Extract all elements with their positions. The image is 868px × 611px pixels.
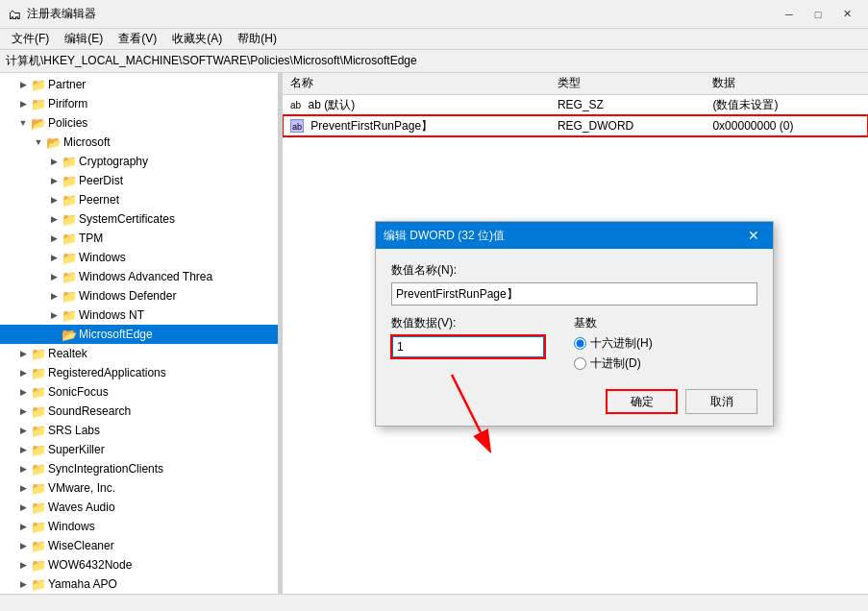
tree-label: VMware, Inc. [48,481,115,495]
expand-icon: ▶ [15,560,31,570]
table-row[interactable]: ab ab (默认) REG_SZ (数值未设置) [283,94,868,115]
tree-label: Windows NT [79,308,144,322]
row-data: 0x00000000 (0) [705,115,868,136]
folder-icon: 📁 [31,347,46,361]
tree-item-registeredapps[interactable]: ▶ 📁 RegisteredApplications [0,363,278,382]
tree-item-vmware[interactable]: ▶ 📁 VMware, Inc. [0,478,278,498]
tree-item-syncintegration[interactable]: ▶ 📁 SyncIntegrationClients [0,459,278,478]
tree-label: Partner [48,78,86,91]
menu-edit[interactable]: 编辑(E) [57,29,111,49]
tree-item-microsoft[interactable]: ▼ 📂 Microsoft [0,133,278,152]
tree-item-realtek[interactable]: ▶ 📁 Realtek [0,344,278,363]
folder-icon: 📁 [62,308,77,323]
tree-label: SoundResearch [48,404,131,418]
tree-label: SuperKiller [48,443,105,456]
radio-hex[interactable]: 十六进制(H) [574,335,653,352]
tree-label: SonicFocus [48,385,109,399]
table-row-preventfirstrun[interactable]: ab PreventFirstRunPage】 REG_DWORD 0x0000… [283,115,868,136]
radio-dec-input[interactable] [574,357,586,370]
tree-item-windows-nt[interactable]: ▶ 📁 Windows NT [0,306,278,325]
tree-item-systemcertificates[interactable]: ▶ 📁 SystemCertificates [0,209,278,229]
folder-icon: 📁 [31,443,46,457]
row-name: ab ab (默认) [283,94,550,115]
folder-icon: 📁 [62,232,77,246]
registry-table: 名称 类型 数据 ab ab (默认) REG_SZ (数值未设置) ab [283,73,868,137]
tree-item-superkiller[interactable]: ▶ 📁 SuperKiller [0,440,278,459]
tree-panel[interactable]: ▶ 📁 Partner ▶ 📁 Piriform ▼ 📂 Policies ▼ … [0,73,279,594]
tree-item-microsoftedge[interactable]: 📂 MicrosoftEdge [0,325,278,344]
expand-icon: ▶ [46,214,62,224]
dialog-body: 数值名称(N): 数值数据(V): 基数 十六进制(H) 十进制(D) [376,249,773,426]
address-text: 计算机\HKEY_LOCAL_MACHINE\SOFTWARE\Policies… [6,53,417,69]
maximize-button[interactable]: □ [805,5,831,24]
folder-icon: 📁 [62,193,77,208]
field-data-input[interactable] [391,335,545,358]
field-name-input[interactable] [391,282,757,306]
minimize-button[interactable]: ─ [776,5,803,24]
expand-icon: ▶ [46,310,62,320]
tree-item-sonicfocus[interactable]: ▶ 📁 SonicFocus [0,382,278,402]
title-bar-controls: ─ □ ✕ [776,5,860,24]
row-name-text: ab (默认) [308,98,355,111]
tree-item-windows-defender[interactable]: ▶ 📁 Windows Defender [0,286,278,306]
tree-item-yamaha[interactable]: ▶ 📁 Yamaha APO [0,574,278,594]
folder-open-icon: 📂 [31,116,46,131]
expand-icon: ▶ [46,291,62,301]
tree-item-peerdist[interactable]: ▶ 📁 PeerDist [0,171,278,190]
tree-label: RegisteredApplications [48,366,166,379]
expand-icon: ▶ [46,157,62,166]
tree-label: Windows Defender [79,289,176,303]
folder-open-icon: 📂 [46,135,62,150]
radio-dec[interactable]: 十进制(D) [574,355,653,372]
tree-item-policies[interactable]: ▼ 📂 Policies [0,113,278,133]
tree-item-srslabs[interactable]: ▶ 📁 SRS Labs [0,421,278,440]
folder-icon: 📁 [62,155,77,169]
radio-hex-input[interactable] [574,337,586,350]
expand-icon: ▶ [46,195,62,205]
dialog-title-bar: 编辑 DWORD (32 位)值 ✕ [376,222,773,249]
tree-item-tpm[interactable]: ▶ 📁 TPM [0,229,278,248]
folder-icon: 📁 [31,385,46,400]
tree-item-windows-advanced[interactable]: ▶ 📁 Windows Advanced Threa [0,267,278,286]
tree-item-soundresearch[interactable]: ▶ 📁 SoundResearch [0,402,278,421]
tree-label: TPM [79,232,103,245]
title-bar-left: 🗂 注册表编辑器 [8,6,96,22]
cancel-button[interactable]: 取消 [685,389,757,414]
tree-item-wavesaudio[interactable]: ▶ 📁 Waves Audio [0,498,278,517]
app-icon: 🗂 [8,7,21,22]
tree-item-windows-root[interactable]: ▶ 📁 Windows [0,517,278,536]
menu-view[interactable]: 查看(V) [111,29,164,49]
tree-label: PeerDist [79,174,123,187]
status-bar [0,594,868,611]
expand-icon: ▶ [15,579,31,589]
menu-help[interactable]: 帮助(H) [230,29,285,49]
col-data: 数据 [705,73,868,94]
tree-item-partner[interactable]: ▶ 📁 Partner [0,75,278,94]
tree-item-windows[interactable]: ▶ 📁 Windows [0,248,278,267]
row-name-text: PreventFirstRunPage】 [310,119,433,133]
ok-button[interactable]: 确定 [606,389,678,414]
menu-favorites[interactable]: 收藏夹(A) [164,29,230,49]
dialog-title-text: 编辑 DWORD (32 位)值 [384,228,505,244]
tree-item-wow6432[interactable]: ▶ 📁 WOW6432Node [0,555,278,574]
tree-item-wisecleaner[interactable]: ▶ 📁 WiseCleaner [0,536,278,555]
folder-icon: 📁 [62,270,77,284]
expand-icon: ▶ [15,541,31,550]
menu-file[interactable]: 文件(F) [4,29,57,49]
ab-icon: ab [290,100,301,110]
tree-label: SRS Labs [48,424,100,437]
expand-icon: ▶ [15,349,31,358]
expand-icon: ▶ [15,80,31,89]
dialog-buttons: 确定 取消 [391,389,757,414]
row-name: ab PreventFirstRunPage】 [283,115,550,136]
dialog-close-button[interactable]: ✕ [742,225,765,246]
folder-icon: 📁 [31,97,46,111]
tree-item-piriform[interactable]: ▶ 📁 Piriform [0,94,278,113]
folder-icon: 📁 [31,501,46,515]
field-data-label: 数值数据(V): [391,315,545,331]
tree-item-peernet[interactable]: ▶ 📁 Peernet [0,190,278,209]
close-button[interactable]: ✕ [833,5,860,24]
expand-icon: ▶ [15,522,31,531]
app-title: 注册表编辑器 [27,6,96,22]
tree-item-cryptography[interactable]: ▶ 📁 Cryptography [0,152,278,171]
